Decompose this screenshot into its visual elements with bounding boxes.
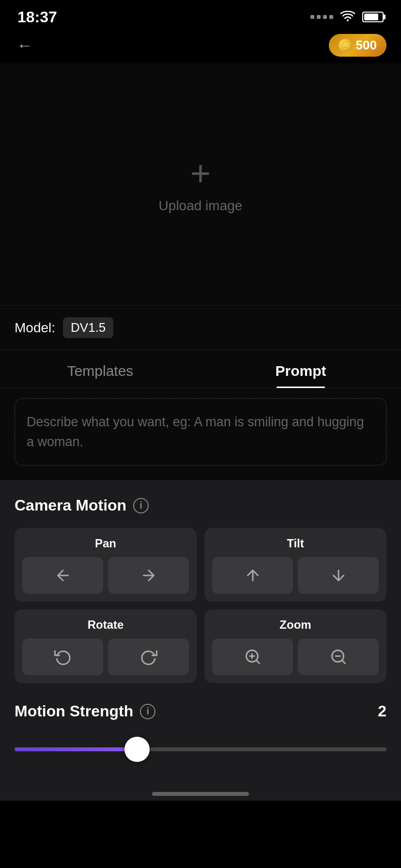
camera-motion-info-icon[interactable]: i xyxy=(133,498,149,513)
zoom-buttons xyxy=(212,638,379,675)
coin-icon: 🪙 xyxy=(339,39,352,52)
motion-strength-section: Motion Strength i 2 xyxy=(0,698,401,783)
rotate-group: Rotate xyxy=(15,609,197,683)
pan-label: Pan xyxy=(22,537,189,550)
zoom-out-button[interactable] xyxy=(298,638,379,675)
rotate-label: Rotate xyxy=(22,618,189,632)
camera-motion-header: Camera Motion i xyxy=(15,496,386,514)
slider-track xyxy=(15,747,386,751)
rotate-ccw-button[interactable] xyxy=(22,638,103,675)
tab-templates[interactable]: Templates xyxy=(0,350,200,388)
motion-strength-slider[interactable] xyxy=(15,735,386,764)
pan-left-button[interactable] xyxy=(22,557,103,594)
camera-controls-grid: Pan Tilt Rot xyxy=(15,528,386,683)
zoom-group: Zoom xyxy=(204,609,386,683)
camera-motion-title: Camera Motion xyxy=(15,496,126,514)
camera-motion-section: Camera Motion i Pan Tilt xyxy=(0,480,401,698)
slider-thumb[interactable] xyxy=(124,737,150,762)
tilt-label: Tilt xyxy=(212,537,379,550)
rotate-buttons xyxy=(22,638,189,675)
pan-right-button[interactable] xyxy=(108,557,189,594)
svg-point-0 xyxy=(347,19,349,21)
home-bar xyxy=(152,792,249,796)
tab-prompt[interactable]: Prompt xyxy=(200,350,401,388)
rotate-cw-button[interactable] xyxy=(108,638,189,675)
motion-strength-title: Motion Strength xyxy=(15,702,133,720)
wifi-icon xyxy=(340,9,355,25)
motion-strength-info-icon[interactable]: i xyxy=(140,704,155,719)
nav-bar: ← 🪙 500 xyxy=(0,29,401,63)
motion-strength-value: 2 xyxy=(378,702,386,720)
coins-amount: 500 xyxy=(356,38,377,53)
status-bar: 18:37 xyxy=(0,0,401,29)
svg-line-6 xyxy=(256,660,259,664)
prompt-placeholder: Describe what you want, eg: A man is smi… xyxy=(27,415,364,449)
model-badge[interactable]: DV1.5 xyxy=(63,317,113,338)
battery-icon xyxy=(362,12,384,22)
upload-plus-icon: + xyxy=(190,155,211,190)
pan-buttons xyxy=(22,557,189,594)
coins-badge[interactable]: 🪙 500 xyxy=(329,34,386,57)
status-time: 18:37 xyxy=(17,8,57,26)
motion-strength-header: Motion Strength i 2 xyxy=(15,702,386,720)
upload-label: Upload image xyxy=(159,198,243,214)
pan-group: Pan xyxy=(15,528,197,602)
zoom-label: Zoom xyxy=(212,618,379,632)
tilt-down-button[interactable] xyxy=(298,557,379,594)
zoom-in-button[interactable] xyxy=(212,638,293,675)
upload-area[interactable]: + Upload image xyxy=(0,63,401,306)
prompt-area: Describe what you want, eg: A man is smi… xyxy=(0,388,401,480)
slider-fill xyxy=(15,747,137,751)
motion-left: Motion Strength i xyxy=(15,702,155,720)
status-icons xyxy=(310,9,384,25)
model-label: Model: xyxy=(15,320,55,336)
home-indicator xyxy=(0,783,401,801)
prompt-input-box[interactable]: Describe what you want, eg: A man is smi… xyxy=(15,398,386,465)
back-button[interactable]: ← xyxy=(15,34,35,57)
tilt-buttons xyxy=(212,557,379,594)
tabs-row: Templates Prompt xyxy=(0,350,401,388)
tilt-group: Tilt xyxy=(204,528,386,602)
model-row: Model: DV1.5 xyxy=(0,306,401,350)
svg-line-10 xyxy=(341,660,345,664)
tilt-up-button[interactable] xyxy=(212,557,293,594)
signal-icon xyxy=(310,15,333,19)
